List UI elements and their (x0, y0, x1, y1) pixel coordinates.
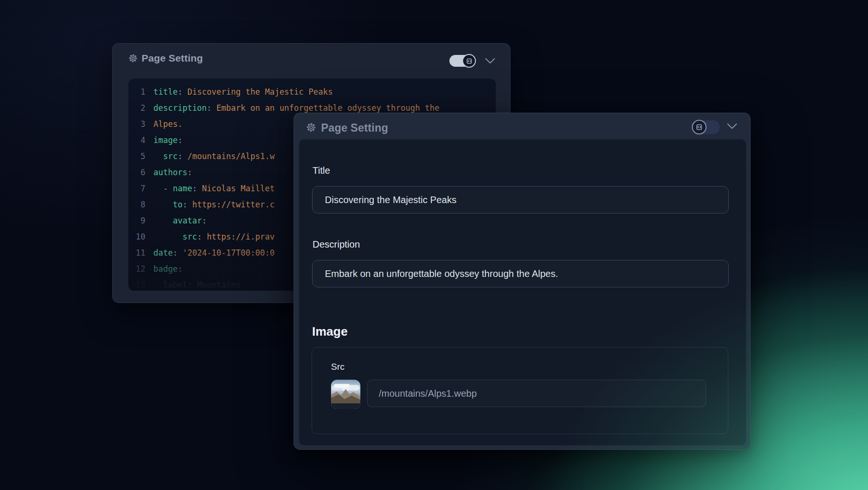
yaml-value: Discovering the Majestic Peaks (188, 87, 333, 97)
form-content: Title Description Image Src (299, 139, 746, 445)
yaml-value: Mountains (197, 280, 241, 290)
yaml-key: title (153, 87, 178, 97)
yaml-key: badge (153, 264, 178, 274)
image-section-heading: Image (312, 324, 348, 339)
yaml-value: https://twitter.c (192, 200, 275, 209)
yaml-key: image (153, 135, 178, 145)
chevron-down-icon[interactable] (485, 57, 495, 66)
image-section-box: Src (312, 347, 728, 434)
yaml-key: src (163, 151, 178, 161)
toggle-knob (692, 120, 707, 134)
line-number: 6 (128, 164, 145, 180)
line-number: 10 (128, 229, 145, 245)
yaml-key: src (182, 232, 197, 241)
line-number: 9 (128, 213, 145, 229)
yaml-key: label (163, 280, 187, 290)
line-number: 5 (128, 148, 145, 164)
panel-title: Page Setting (321, 122, 388, 134)
gear-icon (128, 53, 138, 63)
yaml-key: date (153, 248, 173, 258)
code-view-toggle[interactable] (449, 55, 475, 67)
gear-icon (306, 122, 316, 133)
yaml-value: https://i.prav (207, 232, 275, 241)
src-field-label: Src (331, 362, 345, 372)
image-src-input[interactable] (367, 380, 706, 407)
image-thumbnail[interactable] (331, 380, 360, 409)
line-number: 1 (128, 84, 145, 100)
line-number: 4 (128, 132, 145, 148)
page-setting-form-panel: Page Setting Title Description Image Src (294, 113, 751, 450)
title-input[interactable] (312, 186, 729, 214)
line-number: 12 (128, 261, 145, 277)
description-field-label: Description (313, 239, 360, 250)
title-field-label: Title (313, 165, 330, 176)
chevron-down-icon[interactable] (727, 123, 737, 131)
yaml-value: '2024-10-17T00:00:0 (182, 248, 274, 258)
thumbnail-clouds (334, 384, 350, 388)
yaml-value: Nicolas Maillet (202, 184, 275, 193)
code-line: 1 title: Discovering the Majestic Peaks (128, 84, 496, 100)
code-square-icon (466, 58, 473, 64)
yaml-value: Alpes. (153, 119, 182, 129)
yaml-value: Embark on an unforgettable odyssey throu… (216, 103, 439, 113)
yaml-key: to (173, 200, 182, 209)
line-number: 3 (128, 116, 145, 132)
line-number: 2 (128, 100, 145, 116)
line-number: 7 (128, 180, 145, 196)
yaml-key: authors (153, 168, 188, 177)
code-square-icon (696, 124, 703, 131)
code-view-toggle[interactable] (692, 120, 720, 134)
line-number: 13 (128, 277, 145, 291)
yaml-value: /mountains/Alps1.w (188, 151, 275, 161)
description-input[interactable] (312, 260, 729, 287)
yaml-key: description (153, 103, 207, 113)
panel-title: Page Setting (142, 53, 203, 63)
thumbnail-lake (331, 403, 360, 409)
line-number: 11 (128, 245, 145, 261)
yaml-key: name (173, 184, 192, 193)
line-number: 8 (128, 196, 145, 213)
toggle-knob (462, 54, 476, 68)
yaml-key: avatar (173, 216, 202, 225)
